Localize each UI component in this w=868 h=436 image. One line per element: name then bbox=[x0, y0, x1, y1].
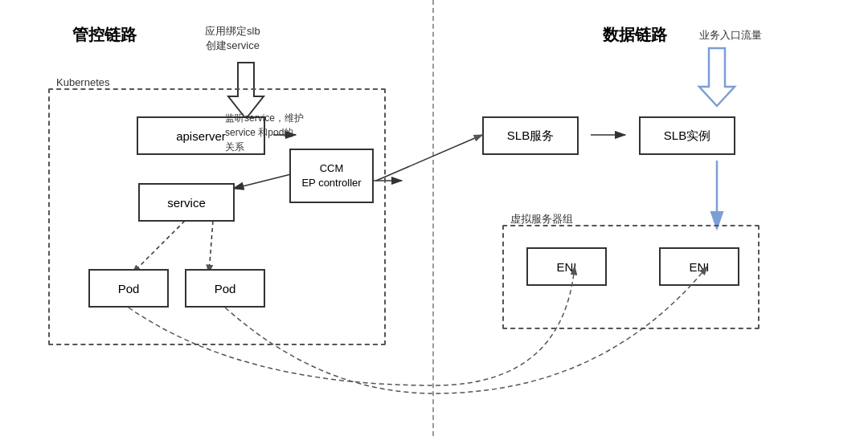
right-panel-arrows bbox=[434, 0, 868, 436]
traffic-annotation: 业务入口流量 bbox=[699, 28, 762, 43]
ccm-label: CCMEP controller bbox=[301, 161, 361, 190]
kubernetes-label: Kubernetes bbox=[56, 75, 110, 90]
slb-instance-box: SLB实例 bbox=[639, 116, 735, 155]
svg-marker-10 bbox=[699, 48, 735, 106]
left-panel: 管控链路 应用绑定slb 创建service bbox=[0, 0, 434, 436]
pod2-box: Pod bbox=[185, 269, 265, 308]
ccm-box: CCMEP controller bbox=[289, 149, 374, 203]
diagram-container: 管控链路 应用绑定slb 创建service bbox=[0, 0, 868, 436]
slb-service-box: SLB服务 bbox=[482, 116, 579, 155]
top-annotation: 应用绑定slb 创建service bbox=[205, 24, 260, 53]
eni1-box: ENI bbox=[526, 247, 607, 286]
right-panel-title: 数据链路 bbox=[603, 24, 667, 46]
virtual-server-group-label: 虚拟服务器组 bbox=[510, 212, 573, 226]
eni2-box: ENI bbox=[659, 247, 739, 286]
left-panel-title: 管控链路 bbox=[72, 24, 137, 46]
ccm-annotation: 监听service，维护 service 和pod的 关系 bbox=[225, 111, 304, 154]
pod1-box: Pod bbox=[88, 269, 169, 308]
right-panel: 数据链路 业务入口流量 SLB服务 SLB实例 虚拟服务器组 bbox=[434, 0, 868, 436]
service-box: service bbox=[138, 183, 235, 222]
